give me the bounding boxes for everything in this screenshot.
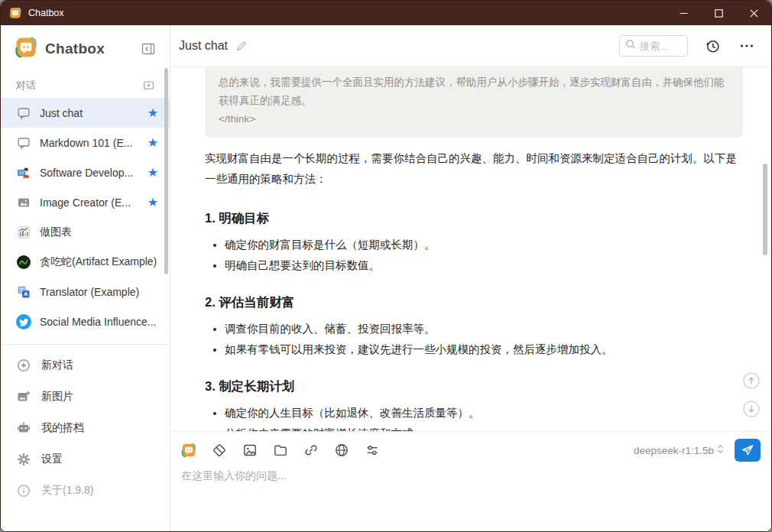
attach-file-icon[interactable] (273, 443, 288, 458)
menu-item-about[interactable]: 关于(1.9.8) (1, 475, 170, 506)
sidebar-scrollbar-thumb[interactable] (164, 68, 168, 274)
menu-item-label: 新对话 (41, 358, 73, 372)
conversation-snake-artifact[interactable]: 贪吃蛇(Artifact Example) (1, 247, 170, 277)
minimize-button[interactable] (666, 1, 701, 25)
bullet-item: 如果有零钱可以用来投资，建议先进行一些小规模的投资，然后逐步增加投入。 (225, 342, 743, 358)
menu-item-label: 我的搭档 (41, 421, 84, 435)
window-title: Chatbox (28, 8, 666, 18)
eraser-icon[interactable] (212, 443, 227, 458)
star-icon[interactable]: ★ (148, 196, 158, 209)
sidebar-menu: 新对话 新图片 我的搭档 (1, 349, 170, 506)
assistant-message: 总的来说，我需要提供一个全面且实用的方法建议，帮助用户从小步骤开始，逐步实现财富… (205, 67, 743, 431)
chat-message-area: 总的来说，我需要提供一个全面且实用的方法建议，帮助用户从小步骤开始，逐步实现财富… (170, 67, 771, 431)
menu-item-my-copilots[interactable]: 我的搭档 (1, 412, 170, 443)
star-icon[interactable]: ★ (148, 167, 158, 179)
section-bullet-list: 调查你目前的收入、储蓄、投资回报率等。 如果有零钱可以用来投资，建议先进行一些小… (205, 321, 743, 358)
conversation-social-media-influencer[interactable]: Social Media Influence... (1, 307, 170, 336)
conversation-label: Markdown 101 (E... (40, 137, 139, 149)
conversation-translator[interactable]: 文A Translator (Example) (1, 277, 170, 307)
more-menu-button[interactable] (738, 37, 756, 55)
bullet-item: 确定你的人生目标（比如退休、改善生活质量等）。 (225, 405, 743, 421)
menu-item-label: 设置 (41, 453, 63, 466)
web-browsing-icon[interactable] (334, 443, 349, 458)
think-block: 总的来说，我需要提供一个全面且实用的方法建议，帮助用户从小步骤开始，逐步实现财富… (205, 67, 743, 138)
maximize-button[interactable] (701, 1, 736, 25)
chatbox-logo-icon (15, 36, 37, 62)
close-button[interactable] (736, 1, 771, 25)
star-icon[interactable]: ★ (148, 107, 158, 119)
bullet-item: 明确自己想要达到的目标数值。 (225, 258, 743, 274)
history-button[interactable] (703, 37, 722, 56)
gear-icon (16, 453, 31, 466)
settings-sliders-icon[interactable] (365, 443, 380, 458)
svg-text:A: A (24, 290, 28, 297)
section-bullet-list: 确定你的财富目标是什么（短期或长期）。 明确自己想要达到的目标数值。 (205, 237, 743, 274)
developer-emoji-icon (16, 166, 31, 180)
chart-emoji-icon (16, 225, 31, 239)
chat-bubble-icon (16, 136, 31, 150)
conversation-list: Just chat ★ Markdown 101 (E... ★ Softwar… (1, 98, 170, 336)
robot-icon (16, 421, 31, 435)
collapse-sidebar-button[interactable] (139, 40, 157, 58)
edit-title-button[interactable] (234, 39, 248, 54)
app-logo-icon (9, 7, 21, 19)
info-circle-icon (16, 484, 31, 498)
chat-scrollbar-thumb[interactable] (763, 164, 767, 255)
chevron-up-down-icon (716, 443, 725, 458)
sidebar: Chatbox 对话 Just chat ★ (1, 25, 170, 531)
star-icon[interactable]: ★ (148, 137, 158, 149)
chat-header: Just chat (170, 25, 771, 67)
search-input[interactable] (640, 41, 678, 52)
new-image-icon (16, 390, 31, 404)
conversation-label: Image Creator (E... (40, 196, 139, 209)
conversation-make-charts[interactable]: 做图表 (1, 217, 170, 247)
model-selector[interactable]: deepseek-r1:1.5b (634, 443, 725, 458)
conversation-markdown-101[interactable]: Markdown 101 (E... ★ (1, 128, 170, 157)
send-button[interactable] (735, 439, 761, 462)
conversation-software-developer[interactable]: Software Develop... ★ (1, 157, 170, 187)
section-heading: 3. 制定长期计划 (205, 378, 743, 395)
composer: deepseek-r1:1.5b (170, 431, 771, 531)
think-text: 总的来说，我需要提供一个全面且实用的方法建议，帮助用户从小步骤开始，逐步实现财富… (219, 73, 729, 110)
conversation-label: Translator (Example) (40, 286, 158, 298)
conversations-section-label: 对话 (16, 79, 141, 92)
conversation-label: Software Develop... (40, 167, 139, 179)
conversation-label: 做图表 (40, 225, 158, 239)
message-intro-paragraph: 实现财富自由是一个长期的过程，需要你结合自己的兴趣、能力、时间和资源来制定适合自… (205, 148, 743, 190)
chatbox-model-button[interactable] (181, 443, 196, 458)
chat-bubble-icon (16, 106, 31, 120)
conversation-image-creator[interactable]: Image Creator (E... ★ (1, 187, 170, 217)
menu-item-new-chat[interactable]: 新对话 (1, 349, 170, 381)
menu-item-settings[interactable]: 设置 (1, 443, 170, 475)
conversations-section-header: 对话 (1, 70, 170, 98)
menu-item-label: 新图片 (41, 390, 73, 404)
conversation-label: 贪吃蛇(Artifact Example) (40, 255, 158, 269)
brand-name: Chatbox (45, 41, 139, 57)
conversation-label: Social Media Influence... (40, 316, 158, 328)
attach-image-icon[interactable] (242, 443, 258, 458)
composer-toolbar: deepseek-r1:1.5b (181, 438, 761, 462)
scroll-to-top-button[interactable] (743, 372, 760, 389)
model-name: deepseek-r1:1.5b (634, 445, 714, 456)
section-bullet-list: 确定你的人生目标（比如退休、改善生活质量等）。 分析你未来需要的财富增长速度和方… (205, 405, 743, 431)
image-icon (16, 196, 31, 209)
sidebar-divider (1, 344, 170, 345)
bullet-item: 调查你目前的收入、储蓄、投资回报率等。 (225, 321, 743, 337)
twitter-bird-icon (16, 314, 31, 329)
title-bar: Chatbox (1, 1, 771, 25)
plus-circle-icon (16, 358, 31, 372)
main-panel: Just chat (170, 25, 771, 531)
search-box[interactable] (619, 35, 688, 57)
menu-item-label: 关于(1.9.8) (41, 484, 93, 498)
chatbox-window: Chatbox Chatbox 对话 (0, 0, 772, 532)
snake-game-icon (16, 255, 31, 270)
clear-conversations-icon[interactable] (141, 77, 157, 93)
attach-link-icon[interactable] (303, 443, 319, 458)
bullet-item: 确定你的财富目标是什么（短期或长期）。 (225, 237, 743, 253)
message-input[interactable] (181, 469, 761, 523)
translator-icon: 文A (16, 285, 31, 299)
conversation-just-chat[interactable]: Just chat ★ (1, 98, 170, 128)
menu-item-new-image[interactable]: 新图片 (1, 381, 170, 412)
conversation-label: Just chat (40, 107, 139, 119)
scroll-to-bottom-button[interactable] (743, 401, 760, 417)
